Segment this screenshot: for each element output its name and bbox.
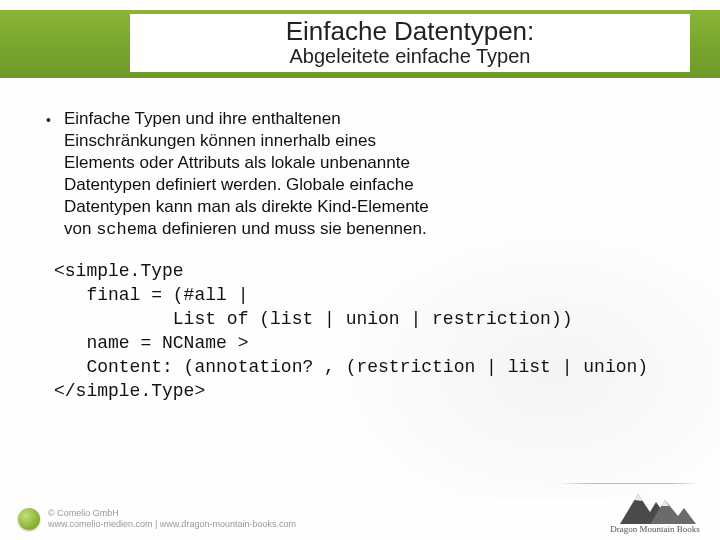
- svg-marker-3: [661, 500, 669, 506]
- code-line: final = (#all |: [54, 285, 248, 305]
- slide-footer: © Comelio GmbH www.comelio-medien.com | …: [0, 488, 720, 540]
- code-line: Content: (annotation? , (restriction | l…: [54, 357, 648, 377]
- slide-subtitle: Abgeleitete einfache Typen: [150, 45, 670, 68]
- bullet-text: Einfache Typen und ihre enthaltenen Eins…: [64, 108, 444, 241]
- comelio-logo-icon: [18, 508, 40, 530]
- code-line: <simple.Type: [54, 261, 184, 281]
- code-line: List of (list | union | restriction)): [54, 309, 572, 329]
- dragon-mountain-logo-icon: [610, 486, 700, 526]
- footer-copyright: © Comelio GmbH: [48, 508, 296, 519]
- bullet-text-post: definieren und muss sie benennen.: [157, 219, 426, 238]
- footer-right: Dragon Mountain Books: [610, 486, 700, 534]
- slide-title: Einfache Datentypen:: [150, 16, 670, 47]
- bullet-marker: •: [46, 108, 64, 241]
- code-line: name = NCName >: [54, 333, 248, 353]
- slide-header: Einfache Datentypen: Abgeleitete einfach…: [0, 10, 720, 78]
- svg-marker-2: [634, 494, 643, 501]
- header-inner: Einfache Datentypen: Abgeleitete einfach…: [130, 14, 690, 72]
- footer-left: © Comelio GmbH www.comelio-medien.com | …: [18, 508, 296, 530]
- slide-content: • Einfache Typen und ihre enthaltenen Ei…: [0, 78, 720, 403]
- code-line: </simple.Type>: [54, 381, 205, 401]
- footer-left-text: © Comelio GmbH www.comelio-medien.com | …: [48, 508, 296, 530]
- inline-code-schema: schema: [96, 220, 157, 239]
- footer-brand: Dragon Mountain Books: [610, 524, 700, 534]
- footer-url: www.comelio-medien.com | www.dragon-moun…: [48, 519, 296, 530]
- code-block: <simple.Type final = (#all | List of (li…: [54, 259, 680, 403]
- bullet-item: • Einfache Typen und ihre enthaltenen Ei…: [46, 108, 680, 241]
- footer-separator: [560, 483, 700, 484]
